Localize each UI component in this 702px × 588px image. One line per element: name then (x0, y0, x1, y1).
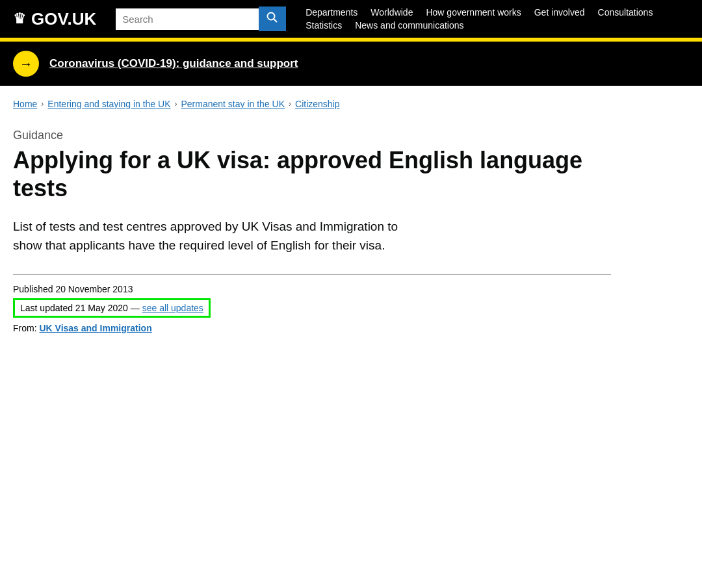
published-date: Published 20 November 2013 (13, 284, 611, 294)
search-button[interactable] (259, 6, 286, 31)
covid-link[interactable]: Coronavirus (COVID-19): guidance and sup… (49, 57, 298, 70)
site-header: ♛ GOV.UK Departments Worldwide How gover… (0, 0, 702, 38)
breadcrumb-separator-3: › (289, 99, 291, 109)
nav-item-statistics[interactable]: Statistics (306, 20, 342, 31)
nav-item-get-involved[interactable]: Get involved (534, 7, 585, 18)
svg-point-0 (268, 13, 275, 20)
search-area (116, 6, 286, 31)
breadcrumb-entering[interactable]: Entering and staying in the UK (47, 99, 170, 109)
breadcrumb-home[interactable]: Home (13, 99, 37, 109)
from-link[interactable]: UK Visas and Immigration (39, 323, 151, 333)
nav-item-news-communications[interactable]: News and communications (355, 20, 463, 31)
page-description: List of tests and test centres approved … (13, 218, 403, 255)
main-content: Home › Entering and staying in the UK › … (0, 86, 624, 359)
breadcrumb-separator-2: › (174, 99, 177, 109)
logo[interactable]: ♛ GOV.UK (13, 9, 96, 29)
search-input[interactable] (116, 8, 259, 30)
divider (13, 274, 611, 275)
last-updated-text: Last updated 21 May 2020 — (20, 303, 140, 313)
breadcrumb-separator-1: › (41, 99, 44, 109)
last-updated-box: Last updated 21 May 2020 — see all updat… (13, 298, 211, 318)
guidance-label: Guidance (13, 129, 611, 142)
see-all-updates-link[interactable]: see all updates (142, 303, 203, 313)
breadcrumb: Home › Entering and staying in the UK › … (13, 99, 611, 109)
crown-icon: ♛ (13, 10, 26, 27)
search-icon (266, 12, 278, 23)
nav-item-how-government-works[interactable]: How government works (426, 7, 521, 18)
from-line: From: UK Visas and Immigration (13, 323, 611, 333)
nav-item-departments[interactable]: Departments (306, 7, 358, 18)
breadcrumb-permanent-stay[interactable]: Permanent stay in the UK (181, 99, 285, 109)
page-title: Applying for a UK visa: approved English… (13, 146, 611, 202)
main-nav: Departments Worldwide How government wor… (306, 7, 689, 31)
svg-line-1 (274, 19, 277, 22)
from-label: From: (13, 323, 37, 333)
site-name: GOV.UK (31, 9, 96, 29)
nav-item-worldwide[interactable]: Worldwide (370, 7, 413, 18)
covid-arrow-icon: → (13, 51, 39, 77)
breadcrumb-citizenship[interactable]: Citizenship (295, 99, 339, 109)
nav-item-consultations[interactable]: Consultations (598, 7, 653, 18)
covid-banner: → Coronavirus (COVID-19): guidance and s… (0, 42, 702, 86)
